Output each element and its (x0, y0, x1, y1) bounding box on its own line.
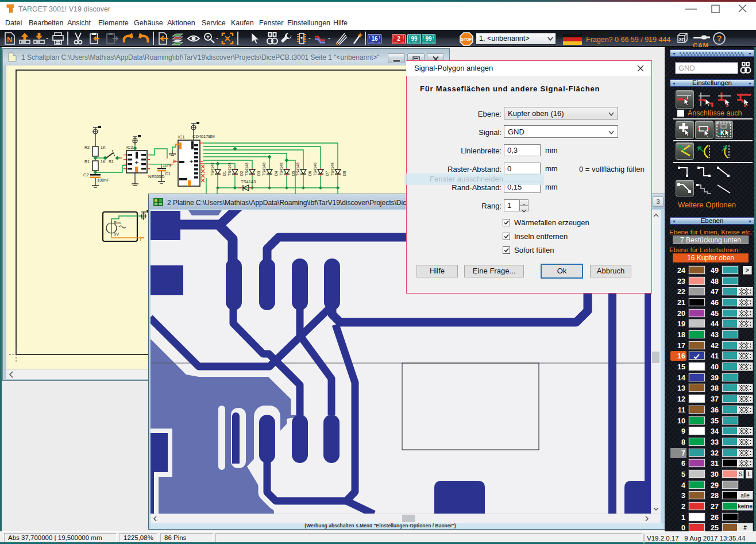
svg-text:STOP: STOP (461, 37, 472, 41)
svg-text:100nF: 100nF (97, 178, 110, 183)
svg-text:K: K (720, 130, 725, 136)
svg-text:9V: 9V (114, 232, 119, 237)
svg-text:3D: 3D (679, 37, 686, 43)
svg-text:TS4148: TS4148 (296, 163, 300, 176)
svg-text:N: N (7, 35, 12, 44)
svg-text:10nF: 10nF (163, 163, 173, 168)
svg-text:D3: D3 (257, 171, 261, 176)
svg-text:D5: D5 (291, 171, 295, 176)
svg-text:D1: D1 (222, 171, 226, 176)
svg-text:NE555D: NE555D (148, 174, 165, 179)
svg-text:C1: C1 (165, 171, 171, 176)
svg-text:IC1: IC1 (178, 134, 185, 140)
svg-text:TS4148: TS4148 (245, 163, 249, 176)
svg-text:1K: 1K (101, 160, 106, 164)
svg-text:R1: R1 (84, 160, 90, 164)
svg-text:TS4148: TS4148 (330, 163, 334, 176)
svg-text:TS4148: TS4148 (210, 163, 214, 176)
svg-text:TS4148: TS4148 (262, 163, 266, 176)
svg-text:C2: C2 (83, 172, 89, 178)
svg-text:D4: D4 (274, 171, 278, 176)
svg-text:R2: R2 (84, 145, 90, 149)
svg-text:IC2: IC2 (126, 145, 133, 150)
svg-text:TS4148: TS4148 (227, 163, 232, 176)
svg-text:?: ? (716, 33, 722, 43)
svg-text:TS4148: TS4148 (279, 163, 283, 176)
svg-text:CD4017BM: CD4017BM (192, 134, 215, 139)
svg-text:1K: 1K (101, 145, 106, 149)
svg-text:S1: S1 (109, 159, 114, 164)
svg-text:SIm:: SIm: (114, 221, 122, 225)
svg-text:D6: D6 (308, 171, 312, 176)
svg-text:D7: D7 (325, 171, 329, 176)
svg-text:D2: D2 (240, 171, 244, 176)
svg-text:TS4143: TS4143 (241, 179, 256, 184)
svg-text:TS4148: TS4148 (313, 163, 317, 176)
svg-text:D8: D8 (342, 171, 346, 176)
